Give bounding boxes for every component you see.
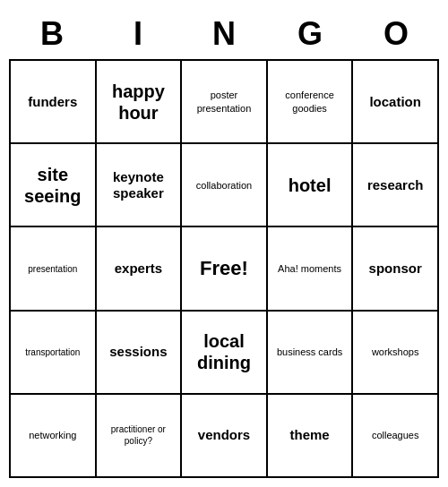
bingo-cell: poster presentation: [182, 61, 268, 144]
cell-label: business cards: [277, 346, 342, 358]
cell-label: presentation: [28, 263, 77, 275]
bingo-row: networkingpractitioner or policy?vendors…: [11, 395, 439, 478]
bingo-row: transportationsessionslocal diningbusine…: [11, 312, 439, 395]
cell-label: location: [369, 94, 421, 110]
bingo-cell: business cards: [268, 312, 354, 395]
cell-label: collaboration: [196, 179, 252, 192]
cell-label: vendors: [198, 427, 250, 443]
cell-label: colleagues: [372, 429, 419, 441]
cell-label: Aha! moments: [278, 262, 341, 275]
bingo-cell: collaboration: [182, 144, 268, 227]
bingo-cell: colleagues: [353, 395, 439, 478]
bingo-header: BINGO: [9, 9, 439, 59]
header-letter: I: [95, 9, 181, 59]
cell-label: practitioner or policy?: [100, 423, 177, 447]
bingo-cell: Free!: [182, 227, 268, 311]
cell-label: sponsor: [369, 261, 422, 277]
bingo-cell: vendors: [182, 395, 268, 478]
bingo-grid: fundershappy hourposter presentationconf…: [9, 59, 439, 478]
cell-label: research: [367, 177, 424, 193]
cell-label: conference goodies: [271, 89, 349, 115]
cell-label: keynote speaker: [100, 169, 177, 201]
bingo-cell: location: [353, 61, 439, 144]
bingo-cell: funders: [11, 61, 97, 144]
bingo-cell: site seeing: [11, 144, 97, 227]
bingo-cell: practitioner or policy?: [97, 395, 183, 478]
header-letter: O: [353, 9, 439, 59]
cell-label: experts: [115, 261, 162, 277]
bingo-row: fundershappy hourposter presentationconf…: [11, 61, 439, 144]
cell-label: hotel: [289, 175, 332, 196]
cell-label: networking: [29, 429, 76, 441]
bingo-row: presentationexpertsFree!Aha! momentsspon…: [11, 227, 439, 311]
cell-label: Free!: [200, 257, 248, 280]
cell-label: local dining: [185, 330, 263, 373]
bingo-cell: sponsor: [353, 227, 439, 311]
bingo-row: site seeingkeynote speakercollaborationh…: [11, 144, 439, 227]
cell-label: theme: [289, 427, 329, 443]
bingo-cell: presentation: [11, 227, 97, 311]
cell-label: transportation: [25, 346, 80, 358]
bingo-cell: happy hour: [97, 61, 183, 144]
cell-label: funders: [28, 94, 77, 110]
bingo-cell: networking: [11, 395, 97, 478]
header-letter: B: [9, 9, 95, 59]
cell-label: happy hour: [100, 81, 177, 124]
bingo-cell: workshops: [353, 312, 439, 395]
bingo-cell: conference goodies: [268, 61, 354, 144]
bingo-cell: theme: [268, 395, 354, 478]
cell-label: workshops: [372, 346, 419, 358]
bingo-cell: hotel: [268, 144, 354, 227]
header-letter: G: [267, 9, 353, 59]
bingo-cell: sessions: [97, 312, 183, 395]
header-letter: N: [181, 9, 267, 59]
bingo-cell: research: [353, 144, 439, 227]
bingo-cell: Aha! moments: [268, 227, 354, 311]
cell-label: poster presentation: [185, 89, 263, 115]
cell-label: sessions: [109, 344, 167, 360]
bingo-cell: local dining: [182, 312, 268, 395]
bingo-card: BINGO fundershappy hourposter presentati…: [9, 9, 439, 478]
cell-label: site seeing: [14, 164, 91, 207]
bingo-cell: experts: [97, 227, 183, 311]
bingo-cell: transportation: [11, 312, 97, 395]
bingo-cell: keynote speaker: [97, 144, 183, 227]
